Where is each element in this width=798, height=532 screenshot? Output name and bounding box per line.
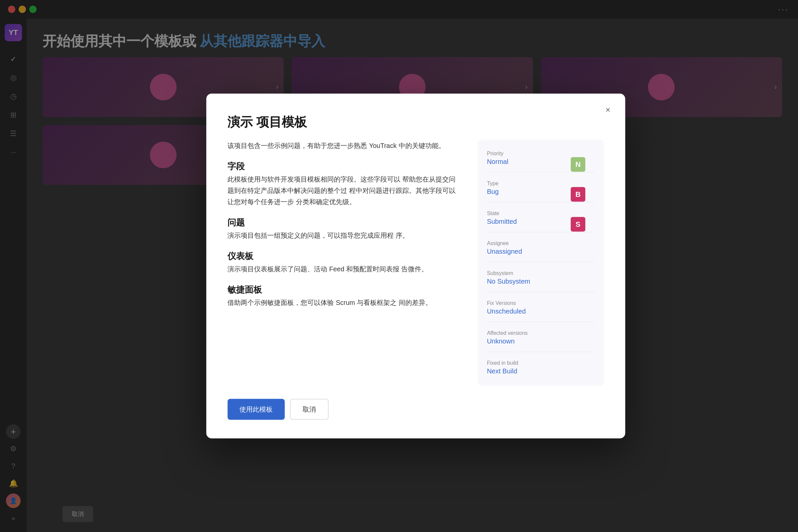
state-badge: S	[571, 217, 585, 232]
modal-section-dashboard: 仪表板 演示项目仪表板展示了问题、活动 Feed 和预配置时间表报 告微件。	[227, 250, 461, 274]
field-priority: Priority Normal N	[487, 151, 594, 173]
field-fix-versions: Fix Versions Unscheduled	[487, 300, 594, 322]
fixed-in-build-value: Next Build	[487, 367, 594, 375]
type-badge: B	[571, 187, 585, 202]
section-title-fields: 字段	[227, 160, 461, 172]
section-text-dashboard: 演示项目仪表板展示了问题、活动 Feed 和预配置时间表报 告微件。	[227, 263, 461, 274]
modal-left-panel: 该项目包含一些示例问题，有助于您进一步熟悉 YouTrack 中的关键功能。 字…	[227, 140, 461, 386]
subsystem-label: Subsystem	[487, 270, 594, 276]
modal-section-agile: 敏捷面板 借助两个示例敏捷面板，您可以体验 Scrum 与看板框架之 间的差异。	[227, 284, 461, 308]
affected-versions-value: Unknown	[487, 338, 594, 345]
section-text-agile: 借助两个示例敏捷面板，您可以体验 Scrum 与看板框架之 间的差异。	[227, 297, 461, 308]
fix-versions-label: Fix Versions	[487, 300, 594, 306]
section-title-agile: 敏捷面板	[227, 284, 461, 296]
modal-description: 该项目包含一些示例问题，有助于您进一步熟悉 YouTrack 中的关键功能。	[227, 140, 461, 151]
assignee-value: Unassigned	[487, 248, 594, 255]
field-assignee: Assignee Unassigned	[487, 241, 594, 262]
section-text-fields: 此模板使用与软件开发项目模板相同的字段。这些字段可以 帮助您在从提交问题到在特定…	[227, 174, 461, 208]
section-text-issues: 演示项目包括一组预定义的问题，可以指导您完成应用程 序。	[227, 230, 461, 241]
field-affected-versions: Affected versions Unknown	[487, 330, 594, 352]
priority-label: Priority	[487, 151, 594, 157]
affected-versions-label: Affected versions	[487, 330, 594, 336]
field-type: Type Bug B	[487, 180, 594, 203]
field-state: State Submitted S	[487, 210, 594, 232]
section-title-issues: 问题	[227, 217, 461, 228]
use-template-button[interactable]: 使用此模板	[227, 399, 285, 420]
modal-body: 该项目包含一些示例问题，有助于您进一步熟悉 YouTrack 中的关键功能。 字…	[227, 140, 604, 386]
fields-panel: Priority Normal N Type Bug B State Submi…	[477, 140, 604, 386]
modal-section-issues: 问题 演示项目包括一组预定义的问题，可以指导您完成应用程 序。	[227, 217, 461, 241]
modal-footer: 使用此模板 取消	[227, 399, 604, 420]
modal-close-button[interactable]: ×	[601, 103, 614, 116]
subsystem-value: No Subsystem	[487, 278, 594, 285]
state-label: State	[487, 210, 594, 216]
fix-versions-value: Unscheduled	[487, 307, 594, 315]
modal-dialog: × 演示 项目模板 该项目包含一些示例问题，有助于您进一步熟悉 YouTrack…	[206, 94, 625, 439]
field-subsystem: Subsystem No Subsystem	[487, 270, 594, 292]
section-title-dashboard: 仪表板	[227, 250, 461, 262]
cancel-button[interactable]: 取消	[290, 399, 328, 420]
modal-section-fields: 字段 此模板使用与软件开发项目模板相同的字段。这些字段可以 帮助您在从提交问题到…	[227, 160, 461, 208]
type-label: Type	[487, 180, 594, 187]
priority-badge: N	[571, 157, 585, 172]
modal-title: 演示 项目模板	[227, 114, 604, 131]
fixed-in-build-label: Fixed in build	[487, 360, 594, 366]
assignee-label: Assignee	[487, 241, 594, 246]
field-fixed-in-build: Fixed in build Next Build	[487, 360, 594, 375]
